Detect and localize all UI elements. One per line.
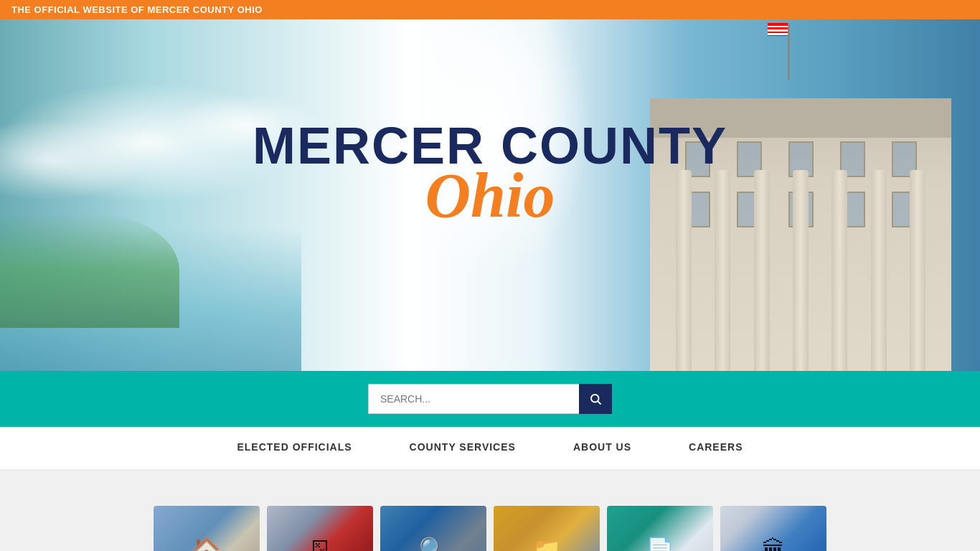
nav-item-about-us[interactable]: ABOUT US [545, 427, 660, 469]
top-bar: THE OFFICIAL WEBSITE OF MERCER COUNTY OH… [0, 0, 980, 19]
search-container [368, 384, 612, 414]
flag-pole [788, 23, 790, 80]
quick-links-section: 🏠PAY REAL🗳REGISTER TO VOTE🔍PARCEL📁RECORD… [0, 470, 980, 551]
svg-line-1 [598, 401, 600, 404]
hero-trees [0, 213, 179, 328]
flag-usa [768, 23, 788, 36]
quick-link-icon-records: 📁 [532, 536, 561, 551]
quick-link-icon-register-vote: 🗳 [308, 537, 331, 551]
nav-item-county-services[interactable]: COUNTY SERVICES [381, 427, 545, 469]
search-bar [0, 371, 980, 427]
quick-links-inner: 🏠PAY REAL🗳REGISTER TO VOTE🔍PARCEL📁RECORD… [60, 506, 920, 551]
main-nav: ELECTED OFFICIALSCOUNTY SERVICESABOUT US… [0, 427, 980, 470]
quick-link-icon-parcel: 🔍 [419, 536, 448, 551]
quick-link-services2[interactable]: 📄SERVICES [607, 506, 713, 551]
quick-link-icon-gov: 🏛 [762, 537, 785, 551]
quick-link-gov[interactable]: 🏛GOV [720, 506, 826, 551]
top-bar-text: THE OFFICIAL WEBSITE OF MERCER COUNTY OH… [11, 4, 263, 15]
search-input[interactable] [368, 384, 612, 414]
search-button[interactable] [579, 384, 612, 414]
nav-item-careers[interactable]: CAREERS [660, 427, 771, 469]
quick-link-icon-pay-real: 🏠 [192, 536, 221, 551]
quick-link-pay-real[interactable]: 🏠PAY REAL [154, 506, 260, 551]
hero-title: MERCER COUNTY Ohio [253, 120, 727, 227]
nav-item-elected-officials[interactable]: ELECTED OFFICIALS [208, 427, 380, 469]
svg-point-0 [591, 395, 599, 402]
quick-link-icon-services2: 📄 [646, 536, 674, 551]
hero-section: MERCER COUNTY Ohio [0, 19, 980, 371]
quick-link-register-vote[interactable]: 🗳REGISTER TO VOTE [267, 506, 373, 551]
quick-link-parcel[interactable]: 🔍PARCEL [380, 506, 486, 551]
quick-link-records[interactable]: 📁RECORDS [494, 506, 600, 551]
